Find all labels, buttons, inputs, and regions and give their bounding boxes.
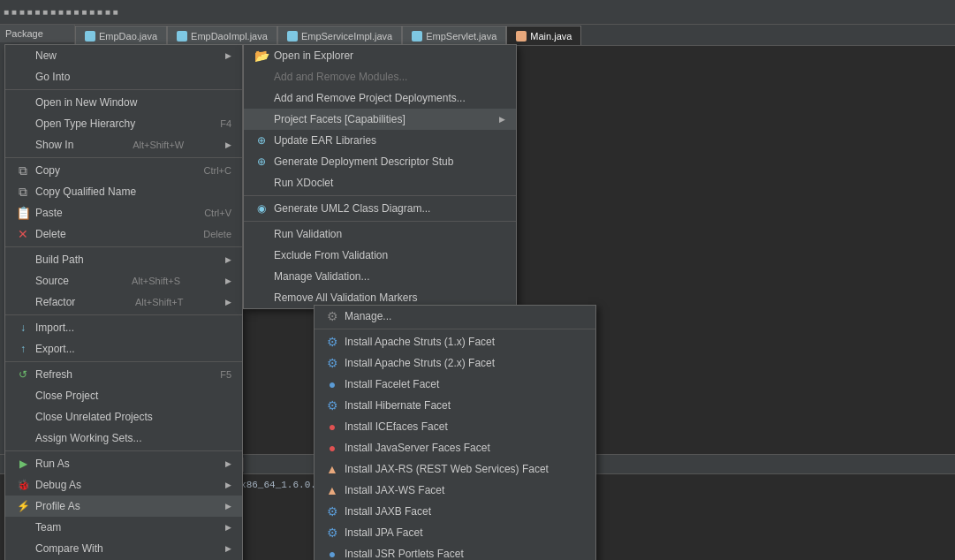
sub2-exclude-validation[interactable]: Exclude From Validation <box>244 245 516 266</box>
tab-empserviceimpl[interactable]: EmpServiceImpl.java <box>277 26 402 45</box>
run-as-icon: ▶ <box>16 457 30 471</box>
facet-icefaces[interactable]: ● Install ICEfaces Facet <box>315 416 595 437</box>
facet-struts1-left: ⚙ Install Apache Struts (1.x) Facet <box>325 335 495 349</box>
ctx-paste[interactable]: 📋 Paste Ctrl+V <box>5 202 242 223</box>
facet-manage[interactable]: ⚙ Manage... <box>315 306 595 327</box>
show-in-shortcut: Alt+Shift+W <box>133 140 184 150</box>
tab-icon-empdao <box>85 31 95 42</box>
ctx-close-unrelated-left: Close Unrelated Projects <box>16 410 153 424</box>
context-submenu-facets[interactable]: ⚙ Manage... ⚙ Install Apache Struts (1.x… <box>314 305 596 560</box>
paste-icon: 📋 <box>16 206 30 220</box>
ctx-refactor[interactable]: Refactor Alt+Shift+T <box>5 291 242 313</box>
ctx-refresh[interactable]: ↺ Refresh F5 <box>5 364 242 385</box>
sub2-run-xdoclet[interactable]: Run XDoclet <box>244 172 516 193</box>
facet-hibernate[interactable]: ⚙ Install Hibernate Facet <box>315 395 595 416</box>
sub2-sep-2 <box>244 221 516 222</box>
ctx-assign-working[interactable]: Assign Working Sets... <box>5 428 242 449</box>
ctx-compare-with[interactable]: Compare With <box>5 538 242 559</box>
ctx-paste-left: 📋 Paste <box>16 206 63 220</box>
ctx-go-into[interactable]: Go Into <box>5 66 242 87</box>
ctx-show-in[interactable]: Show In Alt+Shift+W <box>5 134 242 155</box>
source-icon <box>16 274 30 288</box>
ctx-copy[interactable]: ⧉ Copy Ctrl+C <box>5 160 242 181</box>
ctx-debug-as-left: 🐞 Debug As <box>16 478 81 492</box>
build-path-icon <box>16 253 30 267</box>
facet-jsf[interactable]: ● Install JavaServer Faces Facet <box>315 437 595 458</box>
facet-jaxws[interactable]: ▲ Install JAX-WS Facet <box>315 480 595 501</box>
run-validation-icon <box>254 227 269 241</box>
facet-facelet[interactable]: ● Install Facelet Facet <box>315 374 595 395</box>
source-shortcut: Alt+Shift+S <box>132 276 180 286</box>
facet-jpa[interactable]: ⚙ Install JPA Facet <box>315 522 595 543</box>
ctx-close-unrelated[interactable]: Close Unrelated Projects <box>5 406 242 428</box>
facet-sep <box>315 329 595 329</box>
tab-empdao[interactable]: EmpDao.java <box>75 26 167 45</box>
ctx-build-path[interactable]: Build Path <box>5 249 242 270</box>
ctx-team-left: Team <box>16 520 61 534</box>
facet-struts1[interactable]: ⚙ Install Apache Struts (1.x) Facet <box>315 331 595 352</box>
sub2-update-ear[interactable]: ⊕ Update EAR Libraries <box>244 130 516 151</box>
ctx-source[interactable]: Source Alt+Shift+S <box>5 270 242 291</box>
sub2-project-facets[interactable]: Project Facets [Capabilities] <box>244 109 516 130</box>
facet-hibernate-left: ⚙ Install Hibernate Facet <box>325 398 451 412</box>
sub2-manage-validation[interactable]: Manage Validation... <box>244 266 516 287</box>
ctx-open-new-window[interactable]: Open in New Window <box>5 92 242 113</box>
facet-jsf-icon: ● <box>325 441 339 455</box>
tab-main[interactable]: Main.java <box>506 26 581 45</box>
tab-icon-empservlet <box>412 31 422 42</box>
ctx-new[interactable]: New <box>5 45 242 66</box>
generate-deploy-icon: ⊕ <box>254 155 269 169</box>
open-explorer-icon: 📂 <box>254 49 269 63</box>
ctx-run-as[interactable]: ▶ Run As <box>5 453 242 474</box>
sub2-run-validation[interactable]: Run Validation <box>244 223 516 245</box>
delete-icon: ✕ <box>16 227 30 241</box>
facet-facelet-icon: ● <box>325 377 339 391</box>
sep-4 <box>5 314 242 315</box>
ctx-profile-as[interactable]: ⚡ Profile As <box>5 496 242 517</box>
ctx-open-type-hier[interactable]: Open Type Hierarchy F4 <box>5 113 242 134</box>
facet-jaxrs[interactable]: ▲ Install JAX-RS (REST Web Services) Fac… <box>315 458 595 480</box>
sub2-generate-deploy[interactable]: ⊕ Generate Deployment Descriptor Stub <box>244 151 516 172</box>
ctx-go-into-left: Go Into <box>16 70 70 84</box>
ctx-refresh-left: ↺ Refresh <box>16 367 72 382</box>
facet-icefaces-left: ● Install ICEfaces Facet <box>325 420 448 434</box>
context-submenu-level2[interactable]: 📂 Open in Explorer Add and Remove Module… <box>243 44 517 309</box>
facet-hibernate-icon: ⚙ <box>325 398 339 412</box>
sub2-add-remove-deploy[interactable]: Add and Remove Project Deployments... <box>244 87 516 109</box>
sub2-open-explorer[interactable]: 📂 Open in Explorer <box>244 45 516 66</box>
facet-jpa-icon: ⚙ <box>325 526 339 540</box>
sub2-add-remove-modules-left: Add and Remove Modules... <box>254 70 407 84</box>
sub2-add-remove-deploy-left: Add and Remove Project Deployments... <box>254 91 466 105</box>
facet-struts2[interactable]: ⚙ Install Apache Struts (2.x) Facet <box>315 352 595 374</box>
ctx-export[interactable]: ↑ Export... <box>5 338 242 359</box>
tab-icon-empserviceimpl <box>287 31 298 42</box>
refactor-icon <box>16 295 30 309</box>
facet-portlets-left: ● Install JSR Portlets Facet <box>325 547 464 560</box>
tab-empservlet[interactable]: EmpServlet.java <box>402 26 506 45</box>
tab-icon-empdaoimpl <box>177 31 187 42</box>
sub2-run-xdoclet-left: Run XDoclet <box>254 176 333 190</box>
facet-jaxws-icon: ▲ <box>325 483 339 497</box>
context-menu-level1[interactable]: New Go Into Open in New Window Open Type… <box>4 44 243 560</box>
tab-empdaoimpl[interactable]: EmpDaoImpl.java <box>167 26 277 45</box>
ctx-build-path-left: Build Path <box>16 253 84 267</box>
ctx-import[interactable]: ↓ Import... <box>5 317 242 338</box>
facet-manage-icon: ⚙ <box>325 309 339 323</box>
ctx-assign-working-left: Assign Working Sets... <box>16 431 142 445</box>
facet-jsf-left: ● Install JavaServer Faces Facet <box>325 441 490 455</box>
ctx-profile-as-left: ⚡ Profile As <box>16 499 80 513</box>
tab-label-main: Main.java <box>530 31 572 42</box>
ctx-open-new-window-left: Open in New Window <box>16 95 137 110</box>
sub2-generate-uml[interactable]: ◉ Generate UML2 Class Diagram... <box>244 198 516 219</box>
ctx-debug-as[interactable]: 🐞 Debug As <box>5 474 242 496</box>
facet-portlets[interactable]: ● Install JSR Portlets Facet <box>315 543 595 560</box>
sub2-manage-validation-left: Manage Validation... <box>254 269 370 284</box>
ctx-copy-qualified[interactable]: ⧉ Copy Qualified Name <box>5 181 242 202</box>
team-icon <box>16 520 30 534</box>
ctx-close-project[interactable]: Close Project <box>5 385 242 406</box>
ctx-team[interactable]: Team <box>5 517 242 538</box>
ctx-delete[interactable]: ✕ Delete Delete <box>5 223 242 245</box>
sep-5 <box>5 361 242 362</box>
facet-icefaces-icon: ● <box>325 420 339 434</box>
facet-jaxb[interactable]: ⚙ Install JAXB Facet <box>315 501 595 522</box>
